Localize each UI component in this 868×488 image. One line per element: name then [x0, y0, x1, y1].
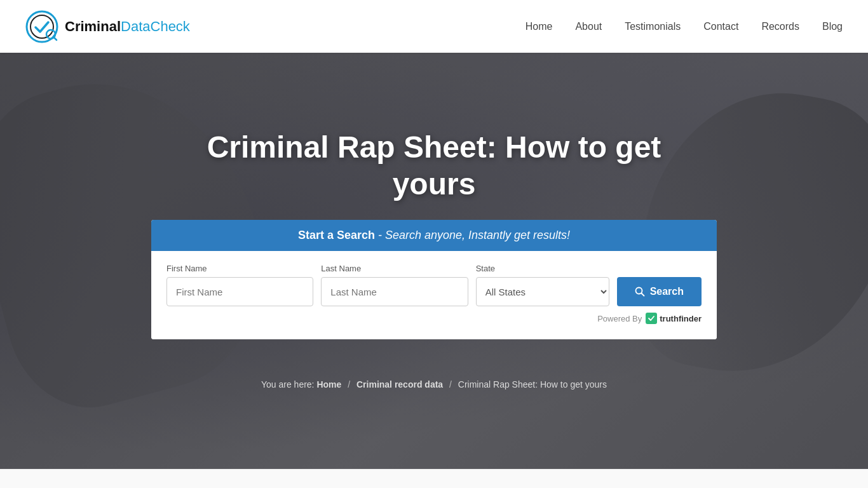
breadcrumb-prefix: You are here: [261, 379, 316, 390]
bottom-bar [0, 469, 868, 488]
first-name-label: First Name [166, 264, 313, 273]
svg-point-1 [31, 15, 53, 38]
search-body: First Name Last Name State All StatesAla… [151, 251, 717, 339]
search-fields: First Name Last Name State All StatesAla… [166, 264, 702, 306]
last-name-field-group: Last Name [321, 264, 468, 306]
search-button-label: Search [650, 286, 684, 297]
hero-section: Criminal Rap Sheet: How to get yours Sta… [0, 0, 868, 488]
nav-item-home[interactable]: Home [526, 21, 553, 32]
svg-line-3 [54, 37, 57, 40]
search-header-bold: Start a Search [298, 229, 375, 241]
logo-brand-bold: Criminal [65, 18, 121, 34]
nav-link-blog[interactable]: Blog [822, 21, 843, 32]
hero-content: Criminal Rap Sheet: How to get yours Sta… [0, 53, 868, 488]
breadcrumb-current: Criminal Rap Sheet: How to get yours [458, 379, 607, 390]
first-name-field-group: First Name [166, 264, 313, 306]
svg-line-5 [641, 294, 644, 296]
search-header-text: Start a Search - Search anyone, Instantl… [298, 229, 570, 241]
search-button[interactable]: Search [617, 277, 702, 306]
state-field-group: State All StatesAlabamaAlaskaArizonaArka… [476, 264, 609, 306]
powered-by: Powered By truthfinder [166, 313, 702, 324]
powered-by-text: Powered By [597, 314, 642, 323]
nav-item-about[interactable]: About [575, 21, 602, 32]
nav-links: Home About Testimonials Contact Records … [526, 21, 843, 32]
breadcrumb-sep-1: / [348, 379, 350, 390]
svg-point-0 [27, 11, 57, 42]
nav-link-about[interactable]: About [575, 21, 602, 32]
nav-link-contact[interactable]: Contact [703, 21, 738, 32]
nav-item-blog[interactable]: Blog [822, 21, 843, 32]
logo[interactable]: CriminalDataCheck [25, 10, 190, 43]
nav-item-records[interactable]: Records [761, 21, 799, 32]
breadcrumb: You are here: Home / Criminal record dat… [0, 379, 868, 390]
search-icon [635, 287, 645, 297]
last-name-label: Last Name [321, 264, 468, 273]
last-name-input[interactable] [321, 277, 468, 306]
nav-item-testimonials[interactable]: Testimonials [625, 21, 681, 32]
nav-item-contact[interactable]: Contact [703, 21, 738, 32]
hero-title: Criminal Rap Sheet: How to get yours [173, 129, 695, 202]
first-name-input[interactable] [166, 277, 313, 306]
nav-link-records[interactable]: Records [761, 21, 799, 32]
state-select[interactable]: All StatesAlabamaAlaskaArizonaArkansasCa… [476, 277, 609, 306]
breadcrumb-middle[interactable]: Criminal record data [356, 379, 443, 390]
search-header: Start a Search - Search anyone, Instantl… [151, 220, 717, 251]
state-label: State [476, 264, 609, 273]
logo-brand-color: DataCheck [121, 18, 190, 34]
search-header-italic: - Search anyone, Instantly get results! [375, 229, 570, 241]
breadcrumb-sep-2: / [449, 379, 452, 390]
truthfinder-icon [646, 313, 657, 324]
truthfinder-badge: truthfinder [646, 313, 702, 324]
search-box: Start a Search - Search anyone, Instantl… [151, 220, 717, 339]
navbar: CriminalDataCheck Home About Testimonial… [0, 0, 868, 53]
nav-link-testimonials[interactable]: Testimonials [625, 21, 681, 32]
truthfinder-label: truthfinder [660, 314, 702, 323]
logo-icon [25, 10, 58, 43]
nav-link-home[interactable]: Home [526, 21, 553, 32]
breadcrumb-home[interactable]: Home [316, 379, 341, 390]
